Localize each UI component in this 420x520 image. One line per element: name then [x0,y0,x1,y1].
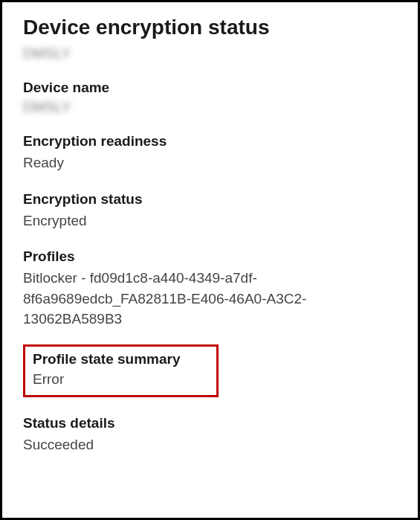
encryption-readiness-label: Encryption readiness [23,133,397,150]
page-title: Device encryption status [23,16,397,39]
encryption-readiness-value: Ready [23,153,397,173]
profile-state-summary-value: Error [33,369,209,390]
status-details-section: Status details Succeeded [23,415,397,455]
subtitle-blurred: DMSLY [23,45,397,62]
status-details-value: Succeeded [23,434,397,455]
profiles-value: Bitlocker - fd09d1c8-a440-4349-a7df-8f6a… [23,268,397,330]
encryption-status-label: Encryption status [23,191,397,208]
device-name-section: Device name DMSLY [23,80,397,115]
encryption-readiness-section: Encryption readiness Ready [23,133,397,173]
profiles-label: Profiles [23,248,397,265]
profile-state-summary-label: Profile state summary [33,351,209,367]
status-details-label: Status details [23,415,397,431]
device-name-label: Device name [23,80,397,96]
encryption-status-section: Encryption status Encrypted [23,191,397,231]
device-name-value: DMSLY [23,99,71,115]
profile-state-summary-highlight: Profile state summary Error [23,344,219,398]
profiles-section: Profiles Bitlocker - fd09d1c8-a440-4349-… [23,248,397,330]
encryption-status-value: Encrypted [23,211,397,231]
